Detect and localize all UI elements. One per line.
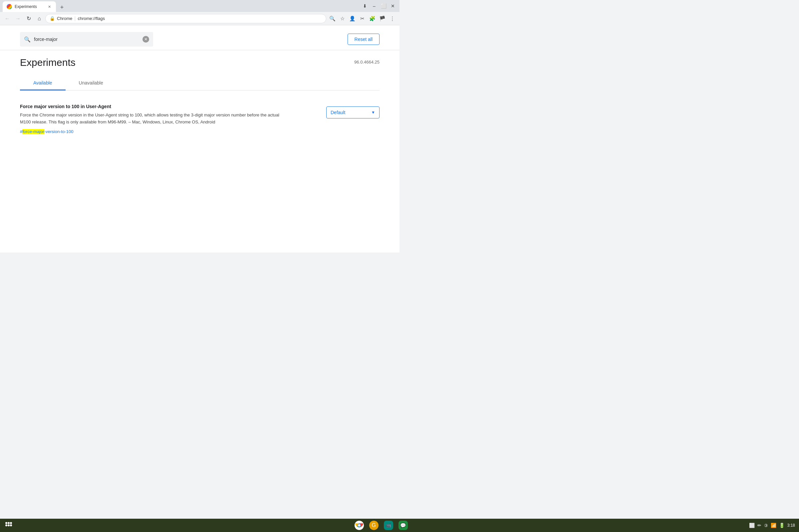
flag-content: Force major version to 100 in User-Agent… (20, 104, 280, 134)
main-content: Experiments 96.0.4664.25 Available Unava… (0, 50, 400, 146)
search-icon[interactable]: 🔍 (328, 14, 337, 23)
title-bar: Experiments ✕ + ⬇ – ⬜ ✕ (0, 0, 400, 12)
tabs-container: Available Unavailable (20, 76, 379, 91)
flag-anchor-link[interactable]: #force-major-version-to-100 (20, 129, 73, 134)
maximize-button[interactable]: ⬜ (379, 2, 388, 10)
new-tab-button[interactable]: + (57, 3, 67, 12)
tab-favicon (7, 4, 12, 9)
flag-link-highlighted: force-major (22, 129, 44, 134)
address-url: chrome://flags (78, 16, 105, 21)
flag-extension-icon[interactable]: 🏴 (377, 14, 387, 23)
minimize-button[interactable]: – (370, 2, 378, 10)
window-controls: ⬇ – ⬜ ✕ (361, 2, 397, 10)
flag-title: Force major version to 100 in User-Agent (20, 104, 280, 109)
page-header: Experiments 96.0.4664.25 (20, 57, 379, 68)
search-bar[interactable]: 🔍 ✕ (20, 32, 153, 46)
search-icon: 🔍 (24, 36, 31, 43)
active-tab[interactable]: Experiments ✕ (3, 1, 56, 12)
tab-unavailable[interactable]: Unavailable (66, 76, 116, 91)
address-bar[interactable]: 🔒 Chrome | chrome://flags (45, 14, 326, 23)
flag-dropdown-value: Default (331, 110, 345, 115)
extension-icon[interactable]: ✂ (357, 14, 367, 23)
home-button[interactable]: ⌂ (35, 14, 44, 23)
search-input[interactable] (34, 37, 139, 42)
flag-dropdown[interactable]: Default ▼ (326, 107, 379, 118)
tab-available[interactable]: Available (20, 76, 66, 91)
chevron-down-icon: ▼ (371, 110, 375, 115)
version-text: 96.0.4664.25 (354, 60, 379, 64)
page-title: Experiments (20, 57, 76, 68)
tab-close-button[interactable]: ✕ (47, 4, 52, 9)
close-button[interactable]: ✕ (389, 2, 397, 10)
menu-icon[interactable]: ⋮ (388, 14, 397, 23)
flag-link-suffix: -version-to-100 (44, 129, 73, 134)
address-divider: | (74, 16, 76, 22)
toolbar-right-icons: 🔍 ☆ 👤 ✂ 🧩 🏴 ⋮ (328, 14, 397, 23)
reset-all-button[interactable]: Reset all (348, 34, 379, 45)
address-protocol: Chrome (57, 16, 72, 21)
tab-title: Experiments (15, 4, 37, 9)
forward-button[interactable]: → (13, 14, 23, 23)
download-icon[interactable]: ⬇ (361, 2, 369, 10)
security-icon: 🔒 (50, 16, 55, 21)
refresh-button[interactable]: ↻ (24, 14, 33, 23)
back-button[interactable]: ← (3, 14, 12, 23)
search-clear-button[interactable]: ✕ (143, 36, 149, 43)
page-content: 🔍 ✕ Reset all Experiments 96.0.4664.25 A… (0, 25, 400, 252)
flag-description: Force the Chrome major version in the Us… (20, 112, 280, 126)
puzzle-icon[interactable]: 🧩 (368, 14, 377, 23)
tab-area: Experiments ✕ + (3, 0, 67, 12)
flag-item: Force major version to 100 in User-Agent… (20, 98, 379, 140)
bookmark-icon[interactable]: ☆ (338, 14, 347, 23)
browser-toolbar: ← → ↻ ⌂ 🔒 Chrome | chrome://flags 🔍 ☆ 👤 … (0, 12, 400, 25)
profile-icon[interactable]: 👤 (348, 14, 357, 23)
search-container: 🔍 ✕ Reset all (0, 25, 400, 50)
